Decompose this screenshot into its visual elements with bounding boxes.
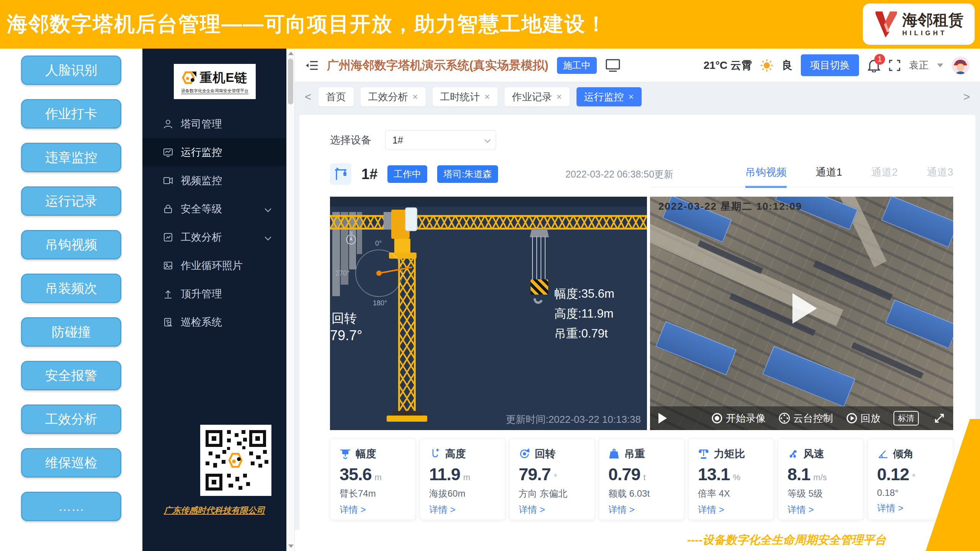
menu-item-label: 巡检系统: [181, 315, 222, 329]
metric-card-height: 高度 11.9m 海拔60m 详情 >: [420, 438, 505, 520]
metric-unit: °: [912, 473, 916, 483]
rail-button-operation-record[interactable]: 运行记录: [21, 186, 121, 216]
metric-detail-link[interactable]: 详情 >: [340, 504, 406, 516]
moment-ratio-icon: [698, 448, 709, 460]
scroll-down-arrow[interactable]: [288, 544, 294, 548]
compass-0-label: 0°: [375, 240, 382, 248]
tab-close-icon[interactable]: ×: [629, 91, 634, 102]
screen-cast-icon[interactable]: [605, 59, 621, 72]
metric-detail-link[interactable]: 详情 >: [519, 504, 585, 516]
menu-item-label: 顶升管理: [181, 287, 222, 301]
user-menu-caret-icon[interactable]: [937, 64, 943, 67]
hook-block: [531, 279, 548, 295]
rail-button-more[interactable]: ……: [21, 492, 121, 521]
video-play-overlay-icon[interactable]: [792, 293, 817, 324]
scrollbar-thumb[interactable]: [288, 59, 293, 104]
video-tabs-track: [650, 187, 953, 187]
tab-working-hours[interactable]: 工时统计×: [433, 87, 498, 106]
menu-item-cycle-photos[interactable]: 作业循环照片: [142, 251, 286, 280]
rail-button-efficiency-analysis[interactable]: 工效分析: [21, 404, 121, 434]
tab-label: 运行监控: [584, 90, 624, 104]
metric-card-wind: 风速 8.1m/s 等级 5级 详情 >: [778, 438, 864, 520]
video-tab-channel3[interactable]: 通道3: [927, 165, 953, 188]
menu-item-label: 塔司管理: [181, 117, 222, 131]
compass-north-icon: N: [345, 230, 358, 246]
menu-item-inspection-system[interactable]: 巡检系统: [142, 308, 286, 336]
notification-bell[interactable]: 1: [867, 59, 880, 72]
crane-jib: [330, 215, 647, 230]
tab-operation-monitor[interactable]: 运行监控×: [577, 87, 642, 106]
metric-detail-link[interactable]: 详情 >: [429, 504, 496, 516]
stat-load: 吊重:0.79t: [554, 324, 614, 344]
project-title: 广州海邻数字塔机演示系统(真实场景模拟): [327, 57, 549, 73]
tab-work-records[interactable]: 作业记录×: [505, 87, 570, 106]
metric-detail-link[interactable]: 详情 >: [787, 504, 854, 516]
metric-detail-link[interactable]: 详情 >: [877, 502, 944, 514]
menu-item-operation-monitor[interactable]: 运行监控: [142, 138, 286, 166]
device-select-label: 选择设备: [330, 133, 371, 147]
tabs-next-chevron[interactable]: >: [963, 90, 970, 103]
menu-item-label: 工效分析: [181, 230, 222, 244]
video-play-icon[interactable]: [658, 413, 667, 424]
rail-button-anti-collision[interactable]: 防碰撞: [21, 317, 121, 347]
air-quality: 良: [782, 58, 792, 73]
metric-detail-link[interactable]: 详情 >: [608, 504, 675, 516]
playback-control[interactable]: 回放: [846, 412, 880, 425]
fullscreen-icon[interactable]: [889, 60, 900, 71]
tab-label: 工效分析: [368, 90, 408, 104]
weather-text: 21°C 云霄: [704, 58, 752, 73]
rail-button-work-checkin[interactable]: 作业打卡: [21, 99, 121, 129]
video-tab-channel1[interactable]: 通道1: [816, 165, 842, 188]
tab-efficiency-analysis[interactable]: 工效分析×: [361, 87, 426, 106]
record-control[interactable]: 开始录像: [711, 412, 766, 425]
banner-title: 海邻数字塔机后台管理——可向项目开放，助力智慧工地建设！: [0, 10, 607, 38]
metric-unit: m: [375, 473, 382, 483]
video-tab-hook[interactable]: 吊钩视频: [745, 165, 787, 188]
menu-item-video-monitor[interactable]: 视频监控: [142, 166, 286, 195]
analysis-icon: [163, 232, 173, 242]
device-select[interactable]: 1#: [385, 130, 496, 150]
rail-button-lifting-frequency[interactable]: 吊装频次: [21, 274, 121, 303]
rail-button-safety-alarm[interactable]: 安全报警: [21, 361, 121, 390]
rail-button-face-recognition[interactable]: 人脸识别: [21, 55, 121, 85]
hook-height-icon: [429, 448, 441, 460]
trolley-icon: [340, 448, 351, 460]
project-switch-button[interactable]: 项目切换: [801, 54, 859, 76]
chevron-down-icon: [265, 234, 271, 241]
device-select-value: 1#: [392, 135, 403, 146]
crane-visualization-panel: 0° 270° 180° N 回转 79.7°: [330, 197, 647, 430]
brand-logo: 海邻租赁 HILIGHT: [863, 3, 975, 45]
tab-close-icon[interactable]: ×: [413, 91, 418, 102]
menu-item-safety-level[interactable]: 安全等级: [142, 195, 286, 223]
video-tab-channel2[interactable]: 通道2: [871, 165, 898, 188]
metric-detail-link[interactable]: 详情 >: [698, 504, 764, 516]
tabs-prev-chevron[interactable]: <: [305, 90, 312, 103]
ptz-control[interactable]: 云台控制: [779, 412, 833, 425]
metric-card-moment: 力矩比 13.1% 倍率 4X 详情 >: [688, 438, 774, 520]
rail-button-violation-monitor[interactable]: 违章监控: [21, 143, 121, 172]
rotation-center-dot: [376, 271, 382, 276]
menu-item-efficiency-analysis[interactable]: 工效分析: [142, 223, 286, 251]
expand-icon[interactable]: [934, 413, 945, 424]
scroll-up-arrow[interactable]: [288, 52, 294, 55]
quality-badge[interactable]: 标清: [893, 411, 919, 425]
rail-button-maintenance-inspection[interactable]: 维保巡检: [21, 448, 121, 478]
menu-item-jacking-management[interactable]: 顶升管理: [142, 280, 286, 308]
tab-label: 首页: [326, 90, 346, 104]
video-channel-tabs: 吊钩视频 通道1 通道2 通道3: [745, 165, 953, 188]
crane-base-foot: [387, 416, 427, 422]
operator-badge: 塔司:朱道森: [437, 165, 498, 183]
rotation-value: 79.7°: [330, 328, 362, 344]
tab-close-icon[interactable]: ×: [557, 91, 562, 102]
compass-270-label: 270°: [335, 269, 350, 277]
user-avatar[interactable]: [952, 57, 969, 74]
menu-item-tower-operator[interactable]: 塔司管理: [142, 110, 286, 138]
sidebar-logo: 重机E链 设备数字化全生命周期安全管理平台: [174, 64, 256, 99]
vertical-scrollbar[interactable]: [286, 49, 295, 551]
tab-close-icon[interactable]: ×: [485, 91, 490, 102]
rail-button-hook-video[interactable]: 吊钩视频: [21, 230, 121, 259]
tab-home[interactable]: 首页: [318, 87, 354, 106]
video-control-bar: 开始录像 云台控制 回放 标清: [650, 406, 953, 430]
username[interactable]: 袁正: [909, 59, 929, 72]
collapse-menu-icon[interactable]: [305, 60, 318, 71]
